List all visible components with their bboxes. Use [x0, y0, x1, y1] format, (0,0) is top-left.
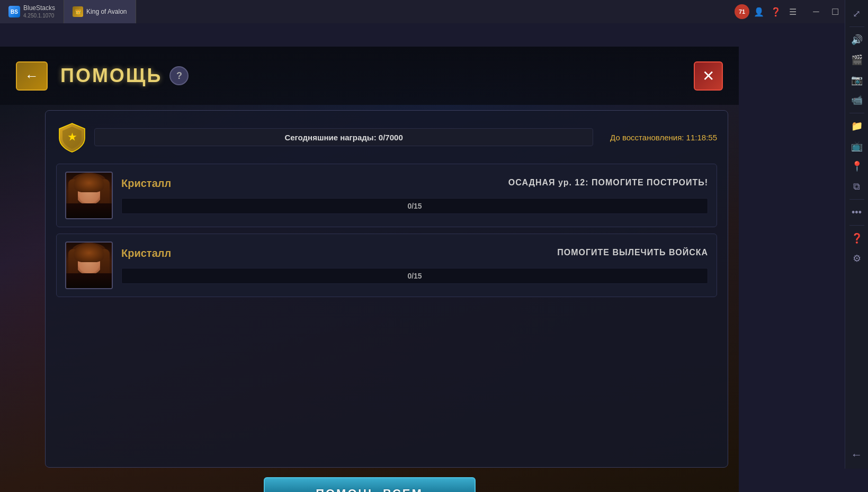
menu-icon[interactable]: ☰ [785, 4, 800, 19]
request-name: Кристалл [121, 177, 171, 190]
request-header-row: Кристалл ОСАДНАЯ ур. 12: ПОМОГИТЕ ПОСТРО… [121, 177, 708, 194]
avatar [65, 241, 113, 289]
expand-icon[interactable]: ⤢ [847, 4, 866, 23]
settings-icon[interactable]: ⚙ [847, 249, 866, 268]
recovery-timer: До восстановления: 11:18:55 [610, 133, 717, 142]
sidebar-sep [849, 225, 864, 226]
game-icon: 👑 [73, 6, 83, 17]
rewards-bar: Сегодняшние награды: 0/7000 [94, 128, 593, 146]
folder-icon[interactable]: 📁 [847, 117, 866, 136]
volume-icon[interactable]: 🔊 [847, 30, 866, 49]
more-icon[interactable]: ••• [847, 203, 866, 222]
maximize-button[interactable]: ☐ [826, 2, 845, 21]
question-icon[interactable]: ❓ [847, 229, 866, 248]
back-button[interactable]: ← [16, 61, 48, 91]
request-progress-text: 0/15 [122, 199, 708, 213]
film-icon[interactable]: 🎬 [847, 50, 866, 69]
shield-icon: ★ [56, 121, 88, 153]
main-panel: ★ Сегодняшние награды: 0/7000 До восстан… [45, 110, 728, 468]
request-progress-bar: 0/15 [121, 268, 708, 284]
game-tab[interactable]: 👑 King of Avalon [64, 0, 136, 23]
avatar-image [66, 173, 112, 218]
bluestacks-tab[interactable]: BS BlueStacks 4.250.1.1070 [0, 0, 64, 23]
bluestacks-label: BlueStacks [23, 4, 55, 12]
request-name: Кристалл [121, 247, 171, 260]
sidebar-sep [849, 26, 864, 27]
header-bar: ← ПОМОЩЬ ? ✕ [0, 47, 739, 105]
right-sidebar: ⤢ 🔊 🎬 📷 📹 📁 📺 📍 ⧉ ••• ❓ ⚙ ← [845, 0, 868, 469]
request-info: Кристалл ОСАДНАЯ ур. 12: ПОМОГИТЕ ПОСТРО… [121, 177, 708, 214]
minimize-button[interactable]: ─ [807, 2, 826, 21]
request-title: ОСАДНАЯ ур. 12: ПОМОГИТЕ ПОСТРОИТЬ! [508, 178, 708, 187]
pin-icon[interactable]: 📍 [847, 157, 866, 176]
game-area: ← ПОМОЩЬ ? ✕ [0, 47, 868, 492]
bluestacks-version: 4.250.1.1070 [23, 13, 55, 19]
copy-icon[interactable]: ⧉ [847, 177, 866, 196]
game-tab-label: King of Avalon [86, 8, 127, 15]
request-item: Кристалл ПОМОГИТЕ ВЫЛЕЧИТЬ ВОЙСКА 0/15 [56, 234, 717, 297]
main-wrapper: ← ПОМОЩЬ ? ✕ [0, 23, 868, 492]
screenshot-icon[interactable]: 📷 [847, 70, 866, 90]
video-icon[interactable]: 📹 [847, 91, 866, 110]
avatar [65, 172, 113, 219]
request-info: Кристалл ПОМОГИТЕ ВЫЛЕЧИТЬ ВОЙСКА 0/15 [121, 247, 708, 284]
request-item: Кристалл ОСАДНАЯ ур. 12: ПОМОГИТЕ ПОСТРО… [56, 164, 717, 227]
svg-text:★: ★ [68, 132, 77, 142]
rewards-bar-text: Сегодняшние награды: 0/7000 [95, 129, 593, 146]
request-header-row: Кристалл ПОМОГИТЕ ВЫЛЕЧИТЬ ВОЙСКА [121, 247, 708, 264]
rewards-header: ★ Сегодняшние награды: 0/7000 До восстан… [56, 121, 717, 153]
rewards-bar-container: Сегодняшние награды: 0/7000 [94, 128, 593, 146]
title-bar: BS BlueStacks 4.250.1.1070 👑 King of Ava… [0, 0, 868, 23]
avatar-image [66, 243, 112, 288]
bluestacks-icon: BS [8, 6, 20, 17]
sidebar-sep [849, 199, 864, 200]
help-info-badge[interactable]: ? [169, 66, 189, 85]
game-content: ← ПОМОЩЬ ? ✕ [0, 47, 739, 492]
back-nav-icon[interactable]: ← [847, 445, 866, 464]
request-progress-bar: 0/15 [121, 198, 708, 214]
help-icon[interactable]: ❓ [768, 4, 783, 19]
close-button[interactable]: ✕ [694, 61, 723, 91]
notification-badge[interactable]: 71 [735, 4, 749, 19]
video2-icon[interactable]: 📺 [847, 137, 866, 156]
help-all-button[interactable]: ПОМОЧЬ ВСЕМ [264, 477, 476, 492]
request-progress-text: 0/15 [122, 269, 708, 283]
sidebar-sep [849, 113, 864, 113]
request-title: ПОМОГИТЕ ВЫЛЕЧИТЬ ВОЙСКА [557, 248, 708, 257]
page-title: ПОМОЩЬ [60, 65, 162, 87]
account-icon[interactable]: 👤 [751, 4, 766, 19]
